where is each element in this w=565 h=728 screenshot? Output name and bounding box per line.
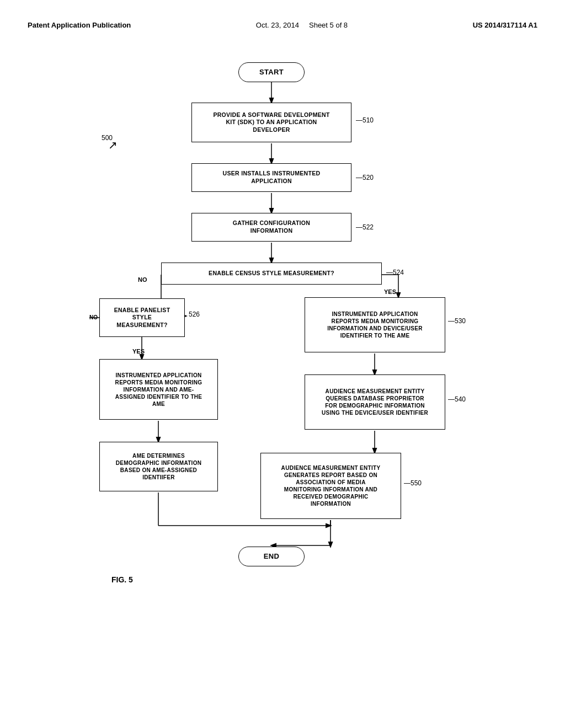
end-node: END	[238, 547, 305, 566]
no-label-524: NO	[138, 276, 147, 283]
ref-522: —522	[356, 223, 374, 231]
ref-540: —540	[448, 395, 466, 403]
ref-550: —550	[404, 479, 422, 487]
header-left: Patent Application Publication	[28, 21, 131, 29]
page: Patent Application Publication Oct. 23, …	[0, 0, 565, 728]
node-524: ENABLE CENSUS STYLE MEASUREMENT?	[161, 263, 382, 285]
ref-510: —510	[356, 116, 374, 124]
header-sheet: Sheet 5 of 8	[309, 21, 348, 29]
ref-530: —530	[448, 317, 466, 325]
yes-label-526: YES	[132, 348, 145, 355]
node-520: USER INSTALLS INSTRUMENTEDAPPLICATION	[191, 163, 351, 192]
header-date: Oct. 23, 2014	[256, 21, 299, 29]
node-540: AUDIENCE MEASUREMENT ENTITYQUERIES DATAB…	[305, 374, 445, 430]
figure-label: FIG. 5	[111, 575, 133, 584]
node-526: ENABLE PANELISTSTYLEMEASUREMENT?	[99, 298, 185, 337]
node-542: AME DETERMINESDEMOGRAPHIC INFORMATIONBAS…	[99, 442, 218, 491]
no-label-526: NO	[89, 314, 98, 320]
start-node: START	[238, 62, 305, 82]
header-center: Oct. 23, 2014 Sheet 5 of 8	[256, 21, 348, 29]
ref-524: —524	[386, 269, 404, 276]
flowchart-diagram: START 500 ↗ PROVIDE A SOFTWARE DEVELOPME…	[89, 46, 476, 652]
yes-label-524: YES	[384, 288, 396, 295]
page-header: Patent Application Publication Oct. 23, …	[22, 11, 543, 35]
node-510: PROVIDE A SOFTWARE DEVELOPMENTKIT (SDK) …	[191, 103, 351, 142]
node-522: GATHER CONFIGURATIONINFORMATION	[191, 213, 351, 242]
node-530: INSTRUMENTED APPLICATIONREPORTS MEDIA MO…	[305, 297, 445, 352]
ref-526: 526	[189, 311, 200, 318]
ref-520: —520	[356, 174, 374, 181]
node-550: AUDIENCE MEASUREMENT ENTITYGENERATES REP…	[260, 453, 401, 519]
node-532: INSTRUMENTED APPLICATIONREPORTS MEDIA MO…	[99, 359, 218, 420]
header-right: US 2014/317114 A1	[473, 21, 537, 29]
